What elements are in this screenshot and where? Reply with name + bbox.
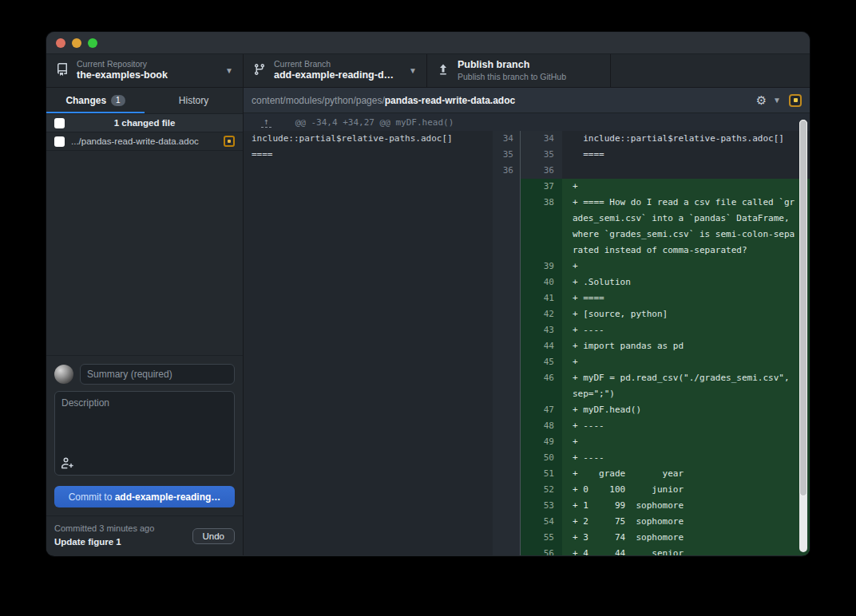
hunk-header-text: @@ -34,4 +34,27 @@ myDF.head() [295,117,454,128]
current-repository-value: the-examples-book [77,69,214,82]
modified-status-icon [224,136,235,147]
diff-path-prefix: content/modules/python/pages/ [252,95,385,106]
diff-old-line-number: 36 [493,163,520,179]
traffic-lights [56,38,97,48]
chevron-down-icon: ▼ [409,66,417,75]
current-branch-label: Current Branch [274,59,398,69]
zoom-window-button[interactable] [88,38,97,48]
commit-summary-input[interactable] [80,364,235,385]
minimize-window-button[interactable] [72,38,81,48]
file-list-empty-area [46,151,243,355]
close-window-button[interactable] [56,38,65,48]
diff-new-line: 40+ .Solution [521,274,810,290]
diff-old-line-number: 34 [493,131,520,147]
file-name: .../pandas-read-write-data.adoc [71,136,217,146]
select-all-checkbox[interactable] [54,118,65,128]
diff-new-line: 42+ [source, python] [521,306,810,322]
diff-scrollbar-track[interactable] [799,120,807,552]
commit-button[interactable]: Commit to add-example-reading… [54,486,235,507]
publish-branch-button[interactable]: Publish branch Publish this branch to Gi… [427,54,611,87]
diff-line-content: + [source, python] [562,306,810,322]
diff-line-content: + 0 100 junior [562,482,810,498]
diff-line-content: include::partial$relative-paths.adoc[] [562,131,810,147]
diff-line-content: + 1 99 sophomore [562,498,810,514]
diff-file-path: content/modules/python/pages/pandas-read… [252,95,756,106]
diff-new-line-number: 34 [521,131,562,147]
diff-new-line: 36 [521,163,810,179]
diff-new-line: 34 include::partial$relative-paths.adoc[… [521,131,810,147]
diff-old-pane: include::partial$relative-paths.adoc[]==… [244,131,493,555]
diff-hunk-header: ↑ @@ -34,4 +34,27 @@ myDF.head() [244,113,810,131]
tab-changes-label: Changes [65,95,106,106]
diff-file-name: pandas-read-write-data.adoc [385,95,515,106]
repo-icon [56,63,69,79]
diff-line-content: + ---- [562,322,810,338]
diff-new-line-number: 48 [521,418,562,434]
undo-button[interactable]: Undo [192,528,236,544]
diff-columns: include::partial$relative-paths.adoc[]==… [244,131,810,555]
diff-new-line: 37+ [521,179,810,195]
diff-line-content: + myDF.head() [562,402,810,418]
diff-new-line-number: 42 [521,306,562,322]
diff-view: content/modules/python/pages/pandas-read… [244,88,810,555]
diff-new-pane: 34 include::partial$relative-paths.adoc[… [520,131,810,555]
diff-line-content: + import pandas as pd [562,338,810,354]
sidebar: Changes 1 History 1 changed file .../pan… [46,88,244,555]
diff-line-content: + 4 44 senior [562,546,810,555]
diff-new-line-number: 55 [521,530,562,546]
add-coauthor-icon[interactable] [61,456,73,472]
diff-new-line-number: 50 [521,450,562,466]
diff-new-line: 44+ import pandas as pd [521,338,810,354]
diff-new-line: 35 ==== [521,147,810,163]
avatar [54,365,73,384]
diff-new-line: 55+ 3 74 sophomore [521,530,810,546]
diff-line-content: + [562,179,810,195]
diff-new-line: 49+ [521,434,810,450]
diff-new-line-number: 52 [521,482,562,498]
sidebar-tabs: Changes 1 History [46,88,243,113]
current-branch-value: add-example-reading-d… [274,69,398,82]
file-checkbox[interactable] [54,136,65,147]
diff-old-line: ==== [244,147,493,163]
diff-new-line: 46+ myDF = pd.read_csv("./grades_semi.cs… [521,370,810,402]
diff-old-line [244,163,493,179]
diff-new-line: 51+ grade year [521,466,810,482]
diff-line-content: + grade year [562,466,810,482]
diff-new-line-number: 43 [521,322,562,338]
publish-branch-title: Publish branch [458,59,600,72]
tab-history[interactable]: History [145,88,243,113]
changed-files-summary-label: 1 changed file [46,118,243,128]
commit-button-prefix: Commit to [69,492,115,503]
diff-line-content [562,163,810,179]
toolbar: Current Repository the-examples-book ▼ C… [46,54,810,88]
diff-line-content: + ==== [562,290,810,306]
diff-new-line: 38+ ==== How do I read a csv file called… [521,195,810,259]
current-branch-dropdown[interactable]: Current Branch add-example-reading-d… ▼ [244,54,427,87]
chevron-down-icon: ▼ [773,96,781,105]
tab-changes[interactable]: Changes 1 [46,88,145,113]
main-content: Changes 1 History 1 changed file .../pan… [46,88,810,555]
changes-count-badge: 1 [111,95,125,106]
diff-new-line: 56+ 4 44 senior [521,546,810,555]
chevron-down-icon: ▼ [225,66,233,75]
diff-new-line-number: 39 [521,259,562,274]
diff-new-line: 41+ ==== [521,290,810,306]
diff-new-line: 48+ ---- [521,418,810,434]
diff-line-content: ==== [562,147,810,163]
diff-new-line-number: 35 [521,147,562,163]
expand-hunk-icon[interactable]: ↑ [261,117,271,128]
diff-new-line-number: 41 [521,290,562,306]
current-repository-label: Current Repository [77,59,214,69]
diff-old-line-number: 35 [493,147,520,163]
diff-new-line-number: 38 [521,195,562,259]
diff-old-gutter: 343536 [493,131,520,555]
diff-line-content: + ---- [562,418,810,434]
diff-new-line: 39+ [521,259,810,274]
gear-icon: ⚙ [756,93,767,108]
current-repository-dropdown[interactable]: Current Repository the-examples-book ▼ [46,54,244,87]
diff-scrollbar-thumb[interactable] [799,120,807,496]
diff-options-button[interactable]: ⚙ ▼ [756,93,781,108]
commit-description-textarea[interactable] [54,391,235,476]
changed-file-row[interactable]: .../pandas-read-write-data.adoc [46,132,243,151]
upload-icon [437,63,450,79]
